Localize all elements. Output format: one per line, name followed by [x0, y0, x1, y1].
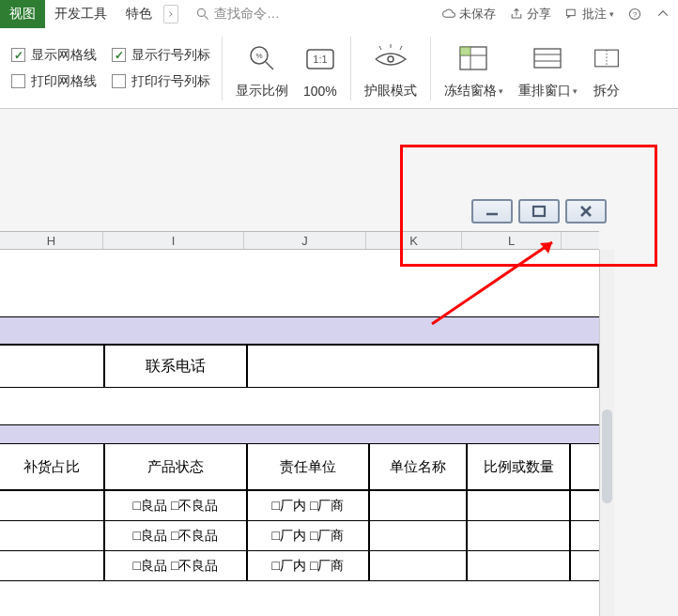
search-icon: [195, 7, 210, 22]
onetoone-icon: 1:1: [304, 45, 336, 73]
arrange-icon: [532, 44, 563, 72]
vertical-scrollbar[interactable]: [599, 250, 614, 616]
tab-view[interactable]: 视图: [0, 0, 45, 28]
col-header[interactable]: J: [244, 232, 366, 249]
collapse-ribbon-button[interactable]: [655, 7, 670, 22]
zoom-ratio-button[interactable]: % 显示比例: [228, 36, 296, 101]
table-row[interactable]: □良品 □不良品 □厂内 □厂商: [0, 521, 599, 551]
tab-features[interactable]: 特色: [116, 0, 162, 28]
show-gridlines-checkbox[interactable]: [11, 48, 25, 62]
scrollbar-thumb[interactable]: [602, 409, 612, 503]
svg-rect-2: [566, 9, 575, 15]
table-row[interactable]: □良品 □不良品 □厂内 □厂商: [0, 491, 599, 521]
rearrange-windows-button[interactable]: 重排窗口▾: [511, 36, 585, 101]
share-icon: [509, 7, 524, 22]
svg-line-6: [266, 62, 273, 69]
help-button[interactable]: ?: [627, 7, 642, 22]
spreadsheet-area[interactable]: 联系电话 补货占比 产品状态 责任单位 单位名称 比例或数量 □良品 □不良品 …: [0, 250, 599, 616]
workbook-window-controls: [471, 199, 607, 223]
svg-text:%: %: [255, 52, 262, 60]
zoom-icon: %: [246, 42, 278, 74]
unsaved-status[interactable]: 未保存: [441, 6, 496, 23]
svg-line-1: [205, 16, 208, 20]
header-product-status: 产品状态: [105, 444, 248, 489]
col-header[interactable]: K: [366, 232, 462, 249]
header-responsible-unit: 责任单位: [248, 444, 370, 489]
svg-rect-17: [460, 47, 470, 55]
share-button[interactable]: 分享: [509, 6, 551, 23]
tabs-more-button[interactable]: [163, 5, 178, 23]
close-button[interactable]: [565, 199, 607, 223]
ribbon-toolbar: 显示网格线 显示行号列标 打印网格线 打印行号列标 % 显示比例 1:1 100…: [0, 28, 678, 109]
chevron-down-icon: ▾: [499, 86, 503, 96]
command-search[interactable]: 查找命令…: [195, 6, 280, 23]
chevron-down-icon: ▾: [609, 9, 614, 19]
help-icon: ?: [627, 7, 642, 22]
show-rowcol-checkbox[interactable]: [112, 48, 126, 62]
grid-options-group: 显示网格线 显示行号列标 打印网格线 打印行号列标: [6, 43, 216, 94]
eye-icon: [372, 44, 409, 72]
header-unit-name: 单位名称: [370, 444, 468, 489]
annotate-button[interactable]: 批注 ▾: [564, 6, 614, 23]
minimize-button[interactable]: [471, 199, 513, 223]
svg-rect-18: [534, 49, 561, 68]
split-window-button[interactable]: 拆分: [585, 36, 621, 101]
svg-line-11: [379, 46, 381, 50]
col-header[interactable]: I: [103, 232, 244, 249]
col-header[interactable]: H: [0, 232, 103, 249]
table-row[interactable]: □良品 □不良品 □厂内 □厂商: [0, 551, 599, 581]
svg-point-10: [388, 56, 393, 62]
ribbon-tabs: 视图 开发工具 特色 查找命令… 未保存 分享 批注 ▾ ?: [0, 0, 678, 28]
close-icon: [578, 205, 594, 218]
svg-point-0: [197, 8, 205, 16]
annotate-icon: [564, 7, 579, 22]
cloud-icon: [441, 7, 456, 22]
tab-devtools[interactable]: 开发工具: [45, 0, 116, 28]
maximize-icon: [531, 205, 547, 218]
svg-text:?: ?: [633, 10, 638, 19]
split-icon: [593, 44, 621, 72]
freeze-panes-button[interactable]: 冻结窗格▾: [437, 36, 511, 101]
contact-phone-label: 联系电话: [105, 346, 248, 387]
column-headers: H I J K L: [0, 231, 599, 250]
print-gridlines-checkbox[interactable]: [11, 74, 25, 88]
freeze-icon: [457, 44, 489, 72]
header-ratio-qty: 比例或数量: [468, 444, 571, 489]
print-rowcol-checkbox[interactable]: [112, 74, 126, 88]
svg-line-13: [400, 46, 402, 50]
eye-mode-button[interactable]: 护眼模式: [357, 36, 424, 101]
svg-text:1:1: 1:1: [313, 54, 327, 65]
col-header[interactable]: L: [462, 232, 562, 249]
chevron-down-icon: ▾: [573, 86, 578, 96]
table-header-row: 补货占比 产品状态 责任单位 单位名称 比例或数量: [0, 444, 599, 491]
chevron-up-icon: [655, 7, 670, 22]
zoom-100-button[interactable]: 1:1 100%: [296, 37, 345, 100]
header-restock-ratio: 补货占比: [0, 444, 105, 489]
maximize-button[interactable]: [518, 199, 560, 223]
minimize-icon: [483, 205, 501, 218]
svg-rect-24: [533, 207, 545, 216]
